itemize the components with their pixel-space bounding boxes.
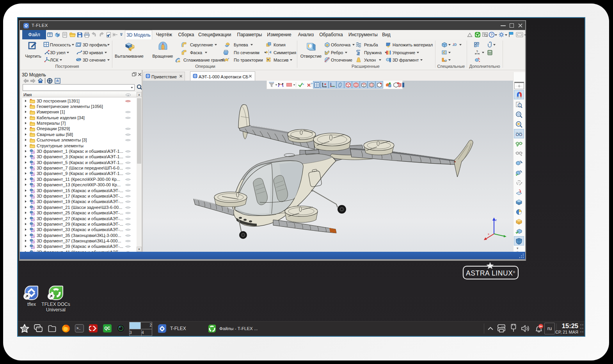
svg-text:?: ? xyxy=(490,33,493,37)
svg-text:x: x xyxy=(488,232,489,236)
svg-text:5: 5 xyxy=(476,50,478,53)
svg-text:z: z xyxy=(495,218,497,222)
svg-text:9+: 9+ xyxy=(539,325,543,328)
